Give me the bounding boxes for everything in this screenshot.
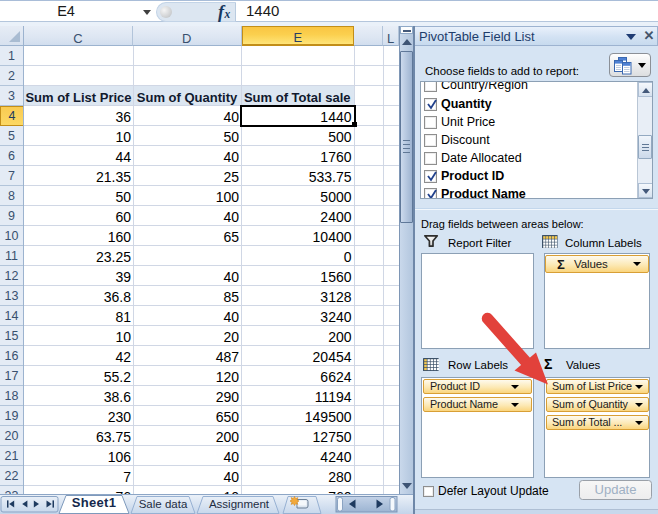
svg-text:Sheet1: Sheet1	[72, 495, 116, 510]
svg-text:Assignment: Assignment	[209, 498, 270, 510]
svg-text:Sale data: Sale data	[139, 498, 188, 510]
